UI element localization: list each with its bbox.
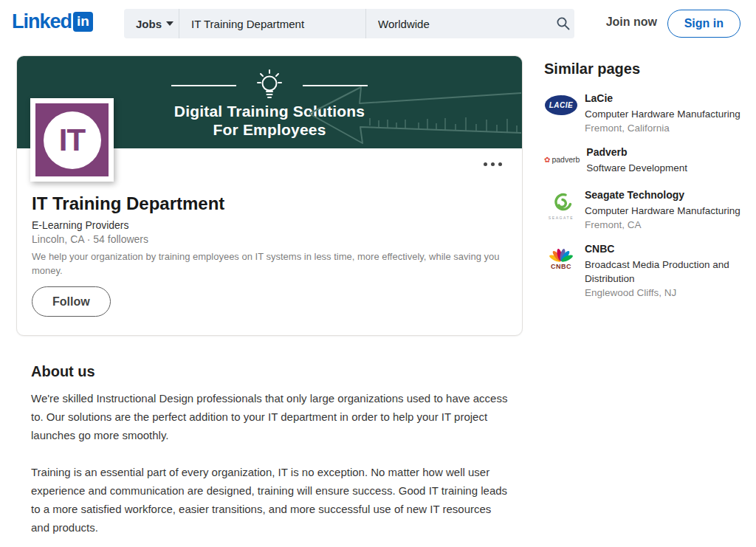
top-navigation-bar: Linked in Jobs Join now Sign in — [0, 0, 756, 47]
decor-line-left — [171, 85, 236, 86]
cnbc-logo-icon: CNBC — [544, 243, 578, 298]
similar-page-name: CNBC — [585, 243, 755, 255]
similar-page-name: Seagate Technology — [585, 189, 755, 201]
similar-pages-sidebar: Similar pages LACIE LaCie Computer Hardw… — [544, 61, 755, 311]
company-logo-square: IT — [35, 103, 109, 176]
company-card: Digital Training Solutions For Employees — [16, 55, 523, 336]
similar-page-name: Padverb — [586, 146, 755, 158]
company-name: IT Training Department — [32, 193, 224, 214]
similar-page-name: LaCie — [585, 92, 755, 104]
search-bar: Jobs — [124, 9, 574, 38]
similar-page-seagate[interactable]: SEAGATE Seagate Technology Computer Hard… — [544, 189, 755, 230]
similar-page-location: Fremont, California — [585, 123, 755, 134]
company-logo-text: IT — [59, 123, 85, 158]
padverb-logo-icon: ✿ padverb — [544, 146, 580, 176]
join-now-link[interactable]: Join now — [606, 16, 657, 29]
company-tagline: We help your organization by training em… — [32, 250, 508, 278]
linkedin-in-icon: in — [73, 12, 93, 32]
jobs-dropdown[interactable]: Jobs — [124, 9, 179, 38]
company-logo[interactable]: IT — [30, 98, 114, 182]
company-search-input[interactable] — [191, 18, 354, 30]
meta-separator: · — [87, 233, 91, 245]
linkedin-company-page: Linked in Jobs Join now Sign in — [0, 0, 756, 547]
company-logo-circle: IT — [44, 111, 101, 169]
about-title: About us — [31, 363, 512, 380]
about-paragraph-2: Training is an essential part of every o… — [31, 463, 512, 537]
similar-page-cnbc[interactable]: CNBC CNBC Broadcast Media Production and… — [544, 243, 755, 298]
lacie-logo-icon: LACIE — [544, 92, 578, 134]
search-button[interactable] — [552, 9, 574, 38]
sketch-arrow-left-icon — [308, 77, 522, 148]
similar-pages-title: Similar pages — [544, 61, 755, 78]
linkedin-wordmark: Linked — [12, 10, 72, 33]
company-industry: E-Learning Providers — [32, 219, 129, 231]
overflow-menu-button[interactable] — [480, 155, 506, 172]
padverb-glyph-icon: ✿ — [544, 156, 550, 164]
chevron-down-icon — [166, 21, 173, 26]
about-paragraph-1: We're skilled Instructional Design profe… — [31, 389, 512, 444]
seagate-logo-icon: SEAGATE — [544, 189, 578, 230]
location-search-segment — [365, 9, 552, 38]
about-section: About us We're skilled Instructional Des… — [31, 363, 512, 547]
similar-page-industry: Software Development — [586, 161, 755, 175]
similar-page-location: Englewood Cliffs, NJ — [585, 287, 755, 298]
follow-button[interactable]: Follow — [32, 286, 111, 317]
lightbulb-icon — [254, 69, 285, 103]
similar-page-industry: Computer Hardware Manufacturing — [585, 204, 755, 218]
location-search-input[interactable] — [378, 18, 540, 30]
ellipsis-icon — [483, 162, 503, 167]
similar-page-industry: Broadcast Media Production and Distribut… — [585, 258, 755, 286]
similar-page-lacie[interactable]: LACIE LaCie Computer Hardware Manufactur… — [544, 92, 755, 134]
company-followers: 54 followers — [93, 233, 148, 245]
similar-page-padverb[interactable]: ✿ padverb Padverb Software Development — [544, 146, 755, 176]
company-meta: Lincoln, CA · 54 followers — [32, 233, 148, 245]
similar-page-location: Fremont, CA — [585, 219, 755, 230]
company-location: Lincoln, CA — [32, 233, 84, 245]
linkedin-logo[interactable]: Linked in — [12, 10, 93, 33]
similar-page-industry: Computer Hardware Manufacturing — [585, 107, 755, 121]
search-icon — [556, 16, 571, 31]
sign-in-button[interactable]: Sign in — [667, 10, 740, 38]
company-search-segment — [179, 9, 365, 38]
jobs-dropdown-label: Jobs — [136, 18, 162, 30]
